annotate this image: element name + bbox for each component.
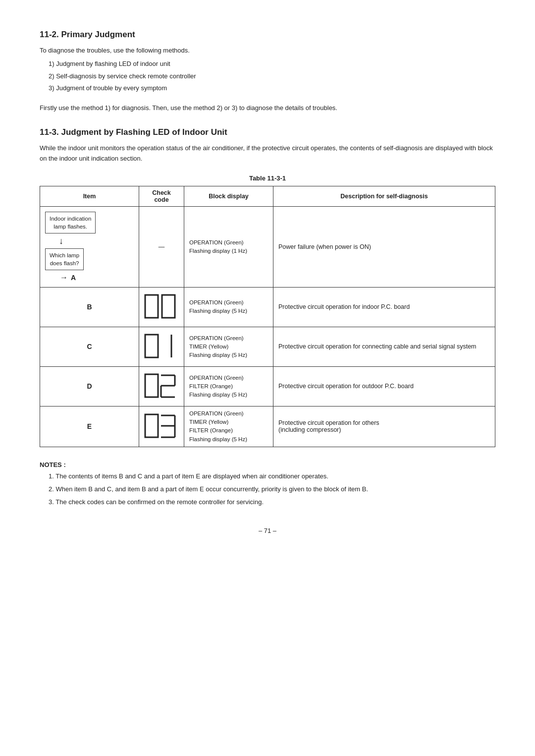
section1-item3: 3) Judgment of trouble by every symptom: [49, 83, 495, 94]
check-b: [139, 287, 184, 327]
header-block: Block display: [184, 186, 273, 206]
desc-e: Protective circuit operation for others(…: [273, 406, 495, 447]
block-display-a: OPERATION (Green)Flashing display (1 Hz): [189, 238, 268, 256]
section1-intro: To diagnose the troubles, use the follow…: [40, 46, 495, 56]
table-row-c: C OPERATION (Green)TIMER (Yellow)Flashin…: [40, 327, 495, 366]
desc-a: Power failure (when power is ON): [273, 206, 495, 287]
svg-rect-0: [145, 295, 158, 318]
block-e: OPERATION (Green)TIMER (Yellow)FILTER (O…: [184, 406, 273, 447]
seg-display-b: [144, 294, 179, 319]
svg-rect-1: [162, 295, 175, 318]
svg-rect-10: [145, 414, 158, 437]
item-letter-e: E: [87, 422, 92, 430]
svg-rect-4: [145, 374, 158, 397]
section2-intro: While the indoor unit monitors the opera…: [40, 143, 495, 164]
block-a: OPERATION (Green)Flashing display (1 Hz): [184, 206, 273, 287]
header-item: Item: [40, 186, 139, 206]
flow-box2: Which lampdoes flash?: [45, 248, 84, 270]
item-letter-c: C: [87, 343, 92, 350]
desc-c: Protective circuit operation for connect…: [273, 327, 495, 366]
block-display-b: OPERATION (Green)Flashing display (5 Hz): [189, 298, 268, 316]
note-2: 2. When item B and C, and item B and a p…: [49, 484, 495, 495]
section2-title: 11-3. Judgment by Flashing LED of Indoor…: [40, 127, 495, 137]
section1-note: Firstly use the method 1) for diagnosis.…: [40, 103, 495, 114]
block-display-c: OPERATION (Green)TIMER (Yellow)Flashing …: [189, 334, 268, 360]
section1-item2: 2) Self-diagnosis by service check remot…: [49, 71, 495, 82]
block-display-e: OPERATION (Green)TIMER (Yellow)FILTER (O…: [189, 409, 268, 444]
table-row-a: Indoor indicationlamp flashes. ↓ Which l…: [40, 206, 495, 287]
notes-section: NOTES : 1. The contents of items B and C…: [40, 461, 495, 507]
header-desc: Description for self-diagnosis: [273, 186, 495, 206]
flow-box1: Indoor indicationlamp flashes.: [45, 212, 96, 233]
note-number-1: 1.: [49, 472, 55, 480]
note-3: 3. The check codes can be confirmed on t…: [49, 497, 495, 508]
note-text-1: The contents of items B and C and a part…: [55, 472, 328, 480]
desc-b: Protective circuit operation for indoor …: [273, 287, 495, 327]
seg-display-c: [144, 334, 179, 358]
check-e: [139, 406, 184, 447]
item-letter-b: B: [87, 303, 92, 311]
block-b: OPERATION (Green)Flashing display (5 Hz): [184, 287, 273, 327]
table-row-e: E: [40, 406, 495, 447]
table-title: Table 11-3-1: [40, 174, 495, 182]
section-primary-judgment: 11-2. Primary Judgment To diagnose the t…: [40, 30, 495, 114]
seg-display-e: [144, 413, 179, 438]
seg-display-d: [144, 373, 179, 398]
flow-arrow2: →: [60, 273, 68, 282]
check-a: —: [139, 206, 184, 287]
section1-title: 11-2. Primary Judgment: [40, 30, 495, 40]
section1-item1: 1) Judgment by flashing LED of indoor un…: [49, 59, 495, 69]
block-d: OPERATION (Green)FILTER (Orange)Flashing…: [184, 366, 273, 406]
check-d: [139, 366, 184, 406]
note-number-2: 2.: [49, 485, 55, 493]
section-flashing-led: 11-3. Judgment by Flashing LED of Indoor…: [40, 127, 495, 447]
item-letter-d: D: [87, 382, 92, 390]
desc-d: Protective circuit operation for outdoor…: [273, 366, 495, 406]
block-display-d: OPERATION (Green)FILTER (Orange)Flashing…: [189, 374, 268, 400]
header-check: Checkcode: [139, 186, 184, 206]
note-number-3: 3.: [49, 498, 55, 506]
item-col-e: E: [40, 406, 139, 447]
note-text-3: The check codes can be confirmed on the …: [55, 498, 264, 506]
item-col-b: B: [40, 287, 139, 327]
block-c: OPERATION (Green)TIMER (Yellow)Flashing …: [184, 327, 273, 366]
item-col-d: D: [40, 366, 139, 406]
table-row-b: B OPERATION (Green)Flashing display (5 H…: [40, 287, 495, 327]
flow-arrow1: ↓: [59, 236, 63, 245]
item-col-c: C: [40, 327, 139, 366]
diagnosis-table: Item Checkcode Block display Description…: [40, 186, 495, 447]
check-c: [139, 327, 184, 366]
page-number: – 71 –: [40, 527, 495, 534]
note-text-2: When item B and C, and item B and a part…: [55, 485, 368, 493]
item-letter-a: A: [71, 274, 76, 282]
table-row-d: D: [40, 366, 495, 406]
notes-title: NOTES :: [40, 461, 495, 468]
item-col-a: Indoor indicationlamp flashes. ↓ Which l…: [40, 206, 139, 287]
svg-rect-2: [145, 335, 158, 357]
note-1: 1. The contents of items B and C and a p…: [49, 471, 495, 482]
flow-diagram: Indoor indicationlamp flashes. ↓ Which l…: [45, 210, 134, 284]
